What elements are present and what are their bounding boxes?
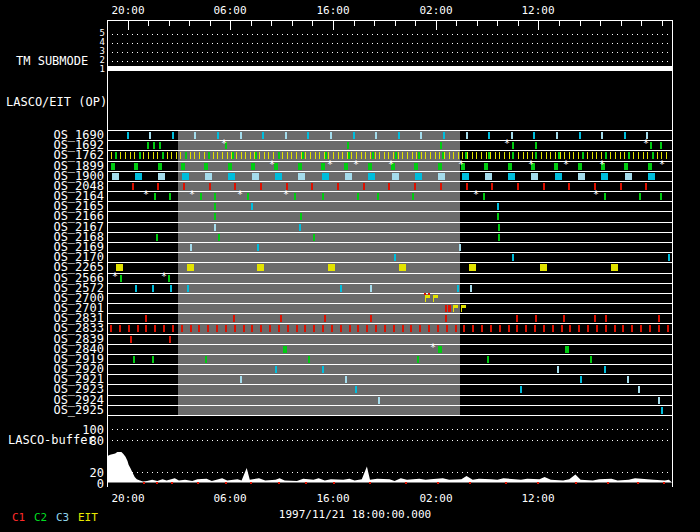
event-tick	[355, 386, 357, 393]
event-tick	[523, 152, 524, 159]
event-tick	[313, 325, 315, 332]
event-tick	[414, 183, 416, 190]
asterisk-marker: *	[221, 139, 227, 149]
event-tick	[580, 376, 582, 383]
event-tick	[252, 173, 259, 180]
event-tick	[535, 152, 537, 159]
buffer-red-dot	[505, 482, 507, 484]
event-tick	[437, 325, 439, 332]
event-tick	[554, 163, 558, 170]
time-label-top: 20:00	[106, 4, 150, 17]
row-separator	[107, 242, 673, 243]
time-label-bottom: 12:00	[516, 492, 560, 505]
row-separator	[107, 415, 673, 416]
event-tick	[453, 152, 454, 159]
event-tick	[660, 142, 662, 149]
event-tick	[601, 132, 603, 139]
asterisk-marker: *	[237, 190, 243, 200]
event-tick	[158, 173, 165, 180]
buffer-red-dot	[197, 482, 199, 484]
time-label-top: 12:00	[516, 4, 560, 17]
submode-level-gridline	[107, 43, 672, 44]
event-tick	[357, 325, 359, 332]
event-tick	[296, 325, 298, 332]
asterisk-marker: *	[283, 190, 289, 200]
time-label-bottom: 20:00	[106, 492, 150, 505]
event-tick	[488, 132, 490, 139]
buffer-red-dot	[171, 482, 173, 484]
event-tick	[338, 152, 339, 159]
event-tick	[370, 152, 371, 159]
event-tick	[183, 183, 185, 190]
event-tick	[321, 163, 325, 170]
event-tick	[448, 305, 451, 312]
event-tick	[275, 366, 277, 373]
flag-icon	[454, 305, 458, 308]
event-tick	[275, 173, 282, 180]
time-label-bottom: 06:00	[208, 492, 252, 505]
time-label-top: 06:00	[208, 4, 252, 17]
event-tick	[251, 163, 255, 170]
event-tick	[568, 183, 570, 190]
axis-minor-tick	[148, 21, 149, 26]
event-tick	[394, 254, 396, 261]
event-tick	[512, 142, 514, 149]
row-separator	[107, 323, 673, 324]
event-tick	[172, 325, 174, 332]
asterisk-marker: *	[458, 160, 464, 170]
lasco-planning-timeline: TM SUBMODE LASCO/EIT (OP) LASCO-buffer 1…	[0, 0, 700, 532]
buffer-red-dot	[369, 482, 371, 484]
event-tick	[181, 325, 183, 332]
event-tick	[555, 173, 562, 180]
event-tick	[315, 152, 316, 159]
event-tick	[194, 132, 196, 139]
event-tick	[445, 315, 447, 322]
event-tick	[365, 152, 366, 159]
event-tick	[152, 356, 154, 363]
legend-item-eit: EIT	[78, 511, 98, 524]
event-tick	[647, 152, 648, 159]
event-tick	[552, 325, 554, 332]
event-tick	[620, 183, 622, 190]
event-tick	[245, 152, 246, 159]
event-tick	[481, 152, 482, 159]
event-tick	[214, 213, 216, 220]
asterisk-marker: *	[528, 160, 534, 170]
event-tick	[204, 163, 208, 170]
buffer-red-dot	[437, 482, 439, 484]
event-tick	[366, 325, 368, 332]
event-tick	[222, 152, 223, 159]
event-tick	[449, 152, 450, 159]
axis-minor-tick	[415, 21, 416, 26]
event-tick	[172, 132, 174, 139]
event-tick	[497, 203, 499, 210]
event-tick	[596, 152, 597, 159]
event-tick	[516, 325, 518, 332]
event-tick	[652, 152, 654, 159]
row-separator	[107, 293, 673, 294]
event-tick	[111, 163, 115, 170]
buffer-area-chart	[107, 417, 672, 487]
event-tick	[257, 244, 259, 251]
event-tick	[509, 152, 510, 159]
event-tick	[605, 152, 607, 159]
event-tick	[540, 264, 547, 271]
buffer-red-dot	[469, 482, 471, 484]
tm-submode-label: TM SUBMODE	[16, 54, 88, 68]
event-tick	[666, 152, 667, 159]
event-tick	[392, 173, 399, 180]
event-tick	[563, 315, 565, 322]
event-tick	[299, 224, 301, 231]
event-tick	[377, 193, 379, 200]
event-tick	[457, 285, 459, 292]
event-tick	[596, 325, 598, 332]
event-tick	[185, 152, 187, 159]
buffer-red-dot	[143, 482, 145, 484]
event-tick	[154, 325, 156, 332]
buffer-red-dot	[607, 482, 609, 484]
event-tick	[592, 152, 593, 159]
event-tick	[605, 315, 607, 322]
submode-level-label: 1	[96, 65, 105, 74]
event-tick	[556, 132, 558, 139]
event-tick	[470, 285, 472, 292]
